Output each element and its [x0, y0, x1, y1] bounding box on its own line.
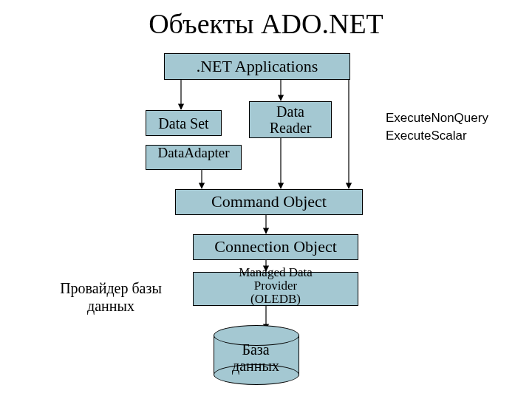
- annot-provider-note: Провайдер базы данных: [44, 279, 177, 315]
- diagram-title: Объекты ADO.NET: [0, 7, 532, 40]
- box-data-adapter-label: DataAdapter: [157, 146, 229, 161]
- annot-execute-nonquery: ExecuteNonQuery: [386, 111, 488, 126]
- annot-execute-scalar: ExecuteScalar: [386, 129, 467, 143]
- box-command-object: Command Object: [175, 189, 363, 215]
- box-net-applications: .NET Applications: [164, 53, 350, 80]
- database-label: База данных: [214, 341, 298, 374]
- box-managed-provider-label: Managed Data Provider (OLEDB): [239, 266, 313, 306]
- box-data-adapter: DataAdapter: [146, 145, 242, 170]
- box-managed-provider: Managed Data Provider (OLEDB): [193, 272, 358, 306]
- box-connection-object: Connection Object: [193, 234, 358, 260]
- box-data-reader: Data Reader: [249, 101, 332, 138]
- box-data-set: Data Set: [146, 110, 222, 136]
